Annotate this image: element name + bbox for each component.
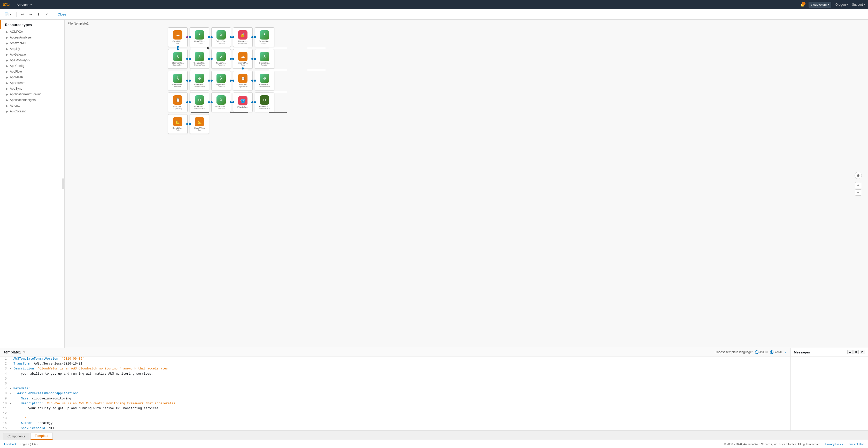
node-cloudwei-rule-2[interactable]: 📐 CloudWei... Rule — [190, 114, 209, 134]
code-line-12: 12 — [0, 411, 790, 416]
node-cloudwei-statemachine-4[interactable]: ⚙ CloudWei... StateMachine — [255, 92, 274, 112]
zoom-out-button[interactable]: − — [855, 189, 861, 196]
close-button[interactable]: Close — [56, 11, 68, 17]
sidebar-arrow: ▶ — [6, 110, 8, 113]
sidebar-item-applicationautoscaling[interactable]: ▶ApplicationAutoScaling — [0, 91, 64, 97]
sidebar-arrow: ▶ — [6, 42, 8, 45]
node-deletesta-function[interactable]: λ DeleteSta... Function — [211, 27, 231, 47]
yaml-radio[interactable]: YAML — [770, 350, 783, 354]
line-fold-arrow[interactable] — [10, 371, 13, 377]
line-fold-arrow[interactable] — [10, 381, 13, 386]
node-cloudwei-topicpolicy[interactable]: 📋 CloudWei... TopicPolicy — [233, 71, 253, 90]
redo-button[interactable]: ↪ — [28, 11, 34, 17]
sidebar-item-amplify[interactable]: ▶Amplify — [0, 46, 64, 52]
node-getresolut-function[interactable]: λ GetResolut... Function — [211, 92, 231, 112]
line-fold-arrow[interactable] — [10, 377, 13, 381]
code-line-6: 6 ' — [0, 381, 790, 386]
zoom-in-button[interactable]: + — [855, 182, 861, 188]
sidebar-item-autoscaling[interactable]: ▶AutoScaling — [0, 109, 64, 114]
sidebar-item-accessanalyzer[interactable]: ▶AccessAnalyzer — [0, 35, 64, 40]
node-internala-topic[interactable]: ☁ InternalA... Topic — [233, 49, 253, 69]
code-line-14: 14 Author: 1strategy — [0, 421, 790, 426]
sidebar-collapse-button[interactable]: ‹ — [62, 179, 65, 189]
sidebar-item-apigatewayv2[interactable]: ▶ApiGatewayV2 — [0, 57, 64, 63]
crosshair-button[interactable]: ⊕ — [855, 172, 862, 179]
undo-icon: ↩ — [21, 12, 24, 16]
node-privateda-s3[interactable]: 🪣 PrivateDa... — [233, 92, 253, 112]
line-number: 13 — [2, 416, 10, 421]
node-cloudwei-rule-1[interactable]: 📐 CloudWei... Rule — [168, 114, 188, 134]
sidebar-item-appstream[interactable]: ▶AppStream — [0, 80, 64, 86]
line-fold-arrow[interactable] — [10, 406, 13, 411]
code-editor[interactable]: 1 AWSTemplateFormatVersion: '2010-09-09'… — [0, 357, 790, 430]
new-button[interactable]: 📄 ▾ — [3, 11, 13, 17]
line-fold-arrow[interactable]: - — [10, 366, 13, 371]
sidebar-item-acmpca[interactable]: ▶ACMPCA — [0, 29, 64, 35]
line-fold-arrow[interactable] — [10, 426, 13, 430]
sidebar-item-appflow[interactable]: ▶AppFlow — [0, 69, 64, 74]
sidebar-item-appsync[interactable]: ▶AppSync — [0, 86, 64, 91]
code-text: Metadata: — [13, 386, 788, 391]
support-label: Support — [852, 3, 863, 6]
tab-components[interactable]: Components — [3, 433, 29, 440]
node-cloudwei-statemachine-3[interactable]: ⚙ CloudWei... StateMachine — [190, 92, 209, 112]
node-cleanuprê-2[interactable]: λ CleanupRe... CleanupRe... — [190, 49, 209, 69]
line-fold-arrow[interactable] — [10, 416, 13, 421]
node-deploysta-function[interactable]: λ DeploySta... Function — [255, 27, 274, 47]
sidebar-item-apigateway[interactable]: ▶ApiGateway — [0, 52, 64, 57]
node-cloudwei-function-1[interactable]: λ CloudWei... Function — [190, 27, 209, 47]
sidebar-arrow: ▶ — [6, 93, 8, 96]
panel-expand-button[interactable]: ⊡ — [860, 350, 865, 354]
node-alarmact-permission[interactable]: 🔒 AlarmAct... Permission — [233, 27, 253, 47]
node-triagere-function[interactable]: λ TriageRe... Function — [211, 49, 231, 69]
line-number: 4 — [2, 371, 10, 377]
validate-button[interactable]: ✓ — [44, 11, 50, 17]
upload-button[interactable]: ⬆ — [36, 11, 41, 17]
region-menu[interactable]: Oregon ▾ — [835, 3, 848, 6]
canvas-area[interactable]: File: 'template1' — [65, 20, 868, 348]
line-fold-arrow[interactable] — [10, 357, 13, 361]
sidebar-arrow: ▶ — [6, 87, 8, 90]
support-menu[interactable]: Support ▾ — [852, 3, 865, 6]
sidebar-item-applicationinsights[interactable]: ▶ApplicationInsights — [0, 97, 64, 103]
node-cloudwei-statemachine-2[interactable]: ⚙ CloudWei... StateMachine — [255, 71, 274, 90]
line-fold-arrow[interactable]: - — [10, 401, 13, 406]
line-fold-arrow[interactable] — [10, 411, 13, 416]
node-ingestale-function[interactable]: λ IngestAle... Function — [211, 71, 231, 90]
panel-collapse-button[interactable]: ▬ — [847, 350, 852, 354]
line-fold-arrow[interactable] — [10, 361, 13, 366]
line-fold-arrow[interactable]: - — [10, 386, 13, 391]
sidebar-arrow: ▶ — [6, 36, 8, 39]
node-internala-topicpolicy[interactable]: 📋 InternalA... TopicPolicy — [168, 92, 188, 112]
account-menu[interactable]: cloudvelum ▾ — [809, 2, 831, 7]
tab-template[interactable]: Template — [30, 432, 53, 440]
json-radio[interactable]: JSON — [755, 350, 768, 354]
sidebar-item-athena[interactable]: ▶Athena — [0, 103, 64, 109]
node-checkstat-function[interactable]: λ CheckStat... Function — [168, 71, 188, 90]
sidebar-item-appconfig[interactable]: ▶AppConfig — [0, 63, 64, 69]
node-cloudwei-topic[interactable]: ☁ CloudWei... Topic — [168, 27, 188, 47]
panel-split-button[interactable]: ⧉ — [854, 350, 859, 354]
sidebar-arrow: ▶ — [6, 82, 8, 85]
node-cloudwei-statemachine-1[interactable]: ⚙ CloudWei... StateMachine — [190, 71, 209, 90]
feedback-link[interactable]: Feedback — [4, 443, 17, 446]
services-menu[interactable]: Services ▾ — [17, 3, 32, 7]
line-fold-arrow[interactable] — [10, 396, 13, 401]
node-createsta-function[interactable]: λ CreateSta... Function — [255, 49, 274, 69]
code-text: AWS::ServerlessRepo::Application: — [13, 391, 788, 396]
zoom-controls: ⊕ + − — [855, 172, 862, 196]
terms-link[interactable]: Terms of Use — [847, 443, 864, 446]
undo-button[interactable]: ↩ — [20, 11, 26, 17]
help-icon[interactable]: ? — [784, 350, 786, 354]
line-fold-arrow[interactable]: - — [10, 391, 13, 396]
language-selector[interactable]: English (US) ▾ — [20, 443, 38, 446]
line-fold-arrow[interactable] — [10, 421, 13, 426]
edit-icon[interactable]: ✎ — [23, 350, 26, 354]
sidebar-item-amazonmq[interactable]: ▶AmazonMQ — [0, 40, 64, 46]
node-cleanuprê-1[interactable]: λ CleanupRe... CleanupRe... — [168, 49, 188, 69]
lower-section: template1 ✎ Choose template language: JS… — [0, 348, 868, 430]
code-line-11: 11 your ability to get up and running wi… — [0, 406, 790, 411]
sidebar-item-appmesh[interactable]: ▶AppMesh — [0, 74, 64, 80]
privacy-link[interactable]: Privacy Policy — [826, 443, 843, 446]
notification-bell[interactable]: 🔔 1 — [800, 3, 804, 7]
